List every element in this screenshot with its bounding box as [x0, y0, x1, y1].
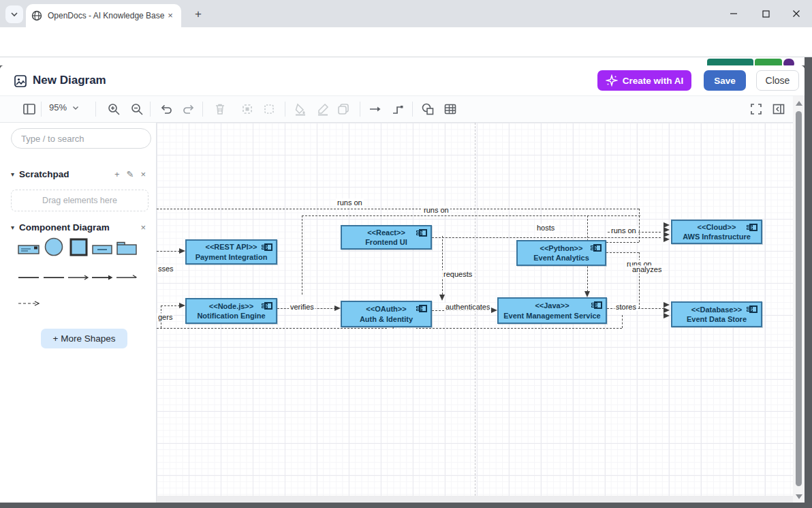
chevron-down-icon [72, 104, 79, 111]
browser-navbar: ai-toolbox.visual-paradigm.com/app/opend… [0, 27, 812, 57]
toolbar-separator [360, 102, 360, 117]
palette-shape-artifact[interactable] [91, 240, 113, 259]
uml-component-icon [419, 229, 427, 237]
create-with-ai-button[interactable]: Create with AI [597, 70, 691, 91]
create-with-ai-label: Create with AI [623, 76, 684, 86]
fullscreen-icon[interactable] [749, 102, 763, 116]
palette-shape-component[interactable] [18, 240, 40, 259]
collapse-caret-icon[interactable]: ▾ [11, 170, 14, 178]
tab-title: OpenDocs - AI Knowledge Base [48, 11, 165, 20]
component-payment-integration[interactable]: <<REST API>> Payment Integration [185, 239, 277, 265]
delete-icon[interactable] [213, 102, 227, 116]
connector-line [302, 215, 640, 216]
search-input[interactable] [11, 128, 151, 149]
more-shapes-label: + More Shapes [53, 333, 116, 344]
scratchpad-dropzone[interactable]: Drag elements here [11, 190, 149, 211]
component-event-analytics[interactable]: <<Python>> Event Analytics [516, 240, 606, 266]
scrollbar-thumb[interactable] [796, 111, 802, 486]
sparkle-icon [606, 74, 618, 87]
palette-line-solid-arrow[interactable] [91, 268, 113, 287]
straight-connector-icon[interactable] [369, 102, 382, 116]
arrowhead [663, 313, 670, 318]
palette-shape-interface[interactable] [43, 237, 65, 256]
component-aws-infrastructure[interactable]: <<Cloud>> AWS Infrastructure [671, 220, 762, 244]
palette-line-solid[interactable] [18, 268, 40, 287]
tab-close-icon[interactable]: × [165, 10, 176, 21]
close-icon [792, 10, 800, 18]
scratchpad-header: ▾ Scratchpad + ✎ × [11, 168, 146, 180]
uml-component-icon [264, 243, 272, 251]
scratchpad-edit-icon[interactable]: ✎ [127, 169, 134, 179]
fill-color-icon[interactable] [294, 102, 307, 116]
component-name: Event Data Store [672, 314, 761, 324]
diagram-canvas[interactable]: runs on runs on hosts runs on requests s… [157, 123, 793, 496]
window-close-button[interactable] [786, 4, 807, 23]
save-button[interactable]: Save [704, 70, 746, 91]
scroll-up-arrow[interactable] [796, 101, 802, 106]
scratchpad-close-icon[interactable]: × [140, 169, 146, 179]
table-icon[interactable] [443, 102, 457, 116]
diagram-image-icon [14, 74, 27, 88]
shapes-icon[interactable] [421, 102, 435, 116]
paste-icon[interactable] [262, 102, 276, 116]
collapse-panel-icon[interactable] [772, 102, 785, 116]
arrow-line-icon [116, 274, 138, 281]
uml-component-icon [593, 244, 602, 252]
connector-line [157, 209, 639, 209]
edge-label: authenticates [444, 303, 491, 311]
arrowhead [663, 302, 670, 308]
undo-icon[interactable] [159, 102, 173, 116]
window-maximize-button[interactable] [755, 4, 776, 23]
tab-strip: OpenDocs - AI Knowledge Base × + [0, 0, 812, 27]
palette-shape-square[interactable] [67, 237, 89, 256]
zoom-level-dropdown[interactable]: 95% [49, 102, 79, 113]
horizontal-scrollbar[interactable] [157, 496, 793, 503]
new-tab-button[interactable]: + [191, 7, 206, 22]
vertical-scrollbar[interactable] [793, 96, 805, 503]
page-title: New Diagram [33, 74, 106, 87]
toolbar-separator [95, 102, 96, 117]
browser-tab[interactable]: OpenDocs - AI Knowledge Base × [26, 4, 181, 27]
palette-shape-package[interactable] [116, 239, 138, 258]
minimize-icon [730, 10, 738, 18]
square-shape-icon [69, 238, 88, 256]
edge-label: stores [614, 303, 638, 311]
copy-icon[interactable] [240, 102, 254, 116]
edge-label: hosts [535, 224, 556, 232]
arrow-line-icon [91, 274, 113, 281]
format-painter-icon[interactable] [337, 102, 350, 116]
dashed-arrow-line-icon [18, 300, 40, 307]
uml-component-icon [419, 305, 427, 312]
line-color-icon[interactable] [316, 102, 330, 116]
palette-line-solid-2[interactable] [43, 268, 65, 287]
component-name: Notification Engine [187, 311, 276, 320]
palette-line-open-arrow[interactable] [67, 268, 89, 287]
redo-icon[interactable] [182, 102, 196, 116]
zoom-level-value: 95% [49, 102, 67, 113]
more-shapes-button[interactable]: + More Shapes [41, 329, 127, 348]
zoom-in-icon[interactable] [107, 102, 121, 116]
uml-component-icon [264, 302, 272, 310]
scratchpad-add-icon[interactable]: + [114, 169, 120, 179]
window-minimize-button[interactable] [723, 4, 744, 23]
browser-window: OpenDocs - AI Knowledge Base × + [0, 0, 812, 508]
tab-search-button[interactable] [5, 5, 23, 23]
component-frontend-ui[interactable]: <<React>> Frontend UI [341, 225, 432, 250]
palette-close-icon[interactable]: × [140, 222, 146, 233]
close-button[interactable]: Close [756, 70, 799, 91]
toolbar-separator [412, 102, 413, 117]
scroll-down-arrow[interactable] [796, 494, 802, 499]
collapse-caret-icon[interactable]: ▾ [11, 224, 14, 231]
component-notification-engine[interactable]: <<Node.js>> Notification Engine [185, 298, 277, 324]
component-event-data-store[interactable]: <<Database>> Event Data Store [671, 301, 762, 327]
toolbar-separator [285, 102, 285, 117]
zoom-out-icon[interactable] [130, 102, 144, 116]
elbow-connector-icon[interactable] [391, 102, 405, 116]
component-event-management-service[interactable]: <<Java>> Event Management Service [497, 297, 607, 324]
component-auth-identity[interactable]: <<OAuth>> Auth & Identity [341, 301, 432, 327]
toggle-sidebar-icon[interactable] [22, 102, 36, 116]
toolbar-separator [150, 102, 151, 117]
palette-line-dashed-arrow[interactable] [18, 294, 40, 313]
palette-line-half-arrow[interactable] [116, 268, 138, 287]
background-green-button [755, 59, 782, 65]
